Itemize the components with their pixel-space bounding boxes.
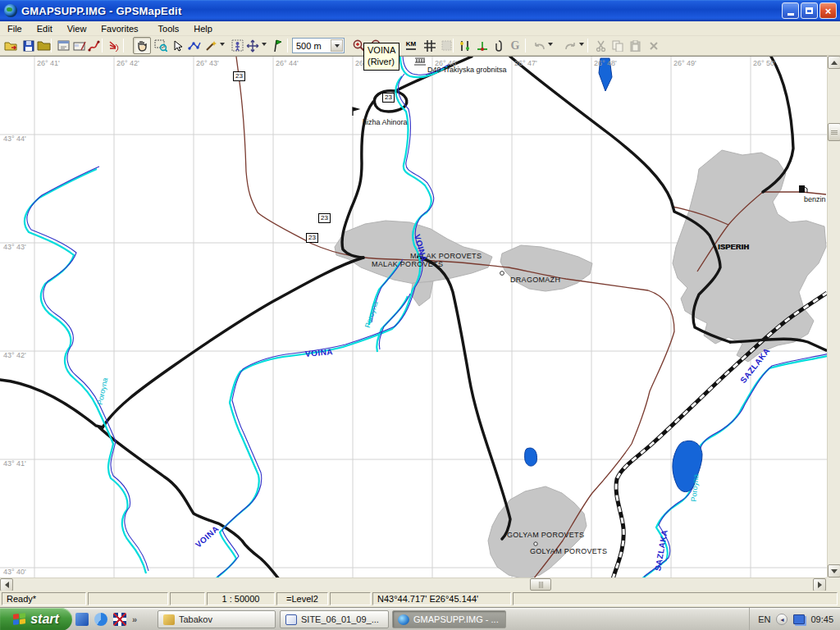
- menu-favorites[interactable]: Favorites: [94, 22, 145, 35]
- globe-icon: [398, 614, 409, 625]
- pan-mode-dropdown[interactable]: [262, 43, 267, 46]
- minimize-button[interactable]: [782, 2, 799, 19]
- system-tray: EN ◂ 09:45: [749, 608, 840, 630]
- taskbar-button-site-doc[interactable]: SITE_06_01_09_...: [280, 610, 389, 628]
- draw-polyline-tool[interactable]: [185, 37, 203, 54]
- status-empty-4: [513, 592, 838, 605]
- map-properties-button[interactable]: [54, 37, 72, 54]
- select-objects-tool[interactable]: [228, 37, 246, 54]
- paste-button[interactable]: [626, 37, 644, 54]
- longitude-label: 26° 42': [116, 60, 139, 67]
- hide-icons-button[interactable]: ◂: [776, 614, 788, 625]
- map-feature-label: GOLYAM POROVETS: [530, 548, 607, 555]
- map-feature-label: D49 Trakiyska grobnitsa: [427, 66, 507, 74]
- scroll-down-button[interactable]: [828, 564, 840, 578]
- tooltip-type: (River): [368, 57, 395, 68]
- copy-button[interactable]: [609, 37, 627, 54]
- attach-button[interactable]: [490, 37, 508, 54]
- edit-junctions-button[interactable]: [473, 37, 491, 54]
- down-arrow-icon: [831, 569, 838, 573]
- latitude-label: 43° 43': [3, 244, 26, 251]
- hut-flag-icon: [353, 107, 358, 116]
- close-button[interactable]: ×: [819, 2, 837, 19]
- scale-dropdown-button[interactable]: [331, 39, 343, 52]
- select-tool[interactable]: [169, 37, 187, 54]
- google-view-button[interactable]: G: [506, 37, 524, 54]
- show-desktop-icon[interactable]: [75, 613, 89, 626]
- taskbar-button-gpsmapedit[interactable]: GMAPSUPP.IMG - ...: [392, 610, 506, 628]
- zoom-select-tool[interactable]: [152, 37, 170, 54]
- title-bar[interactable]: GMAPSUPP.IMG - GPSMapEdit ×: [0, 0, 840, 21]
- quick-launch-overflow[interactable]: »: [132, 614, 137, 624]
- horizontal-scrollbar[interactable]: [0, 578, 827, 591]
- routing-button[interactable]: [85, 37, 103, 54]
- pan-mode-tool[interactable]: [244, 37, 261, 54]
- clock[interactable]: 09:45: [810, 614, 833, 624]
- latitude-label: 43° 44': [3, 135, 26, 143]
- map-feature-label: MALAK POROVETS: [372, 261, 443, 268]
- edit-nodes-button[interactable]: [456, 37, 474, 54]
- redo-button[interactable]: [561, 37, 579, 54]
- taskbar-button-tabakov[interactable]: Tabakov: [158, 610, 276, 628]
- measure-km-button[interactable]: KM: [402, 37, 420, 54]
- app-globe-icon: [4, 4, 17, 17]
- vertical-scrollbar[interactable]: [827, 56, 840, 578]
- status-empty-1: [88, 592, 168, 605]
- upload-gps-button[interactable]: [105, 37, 123, 54]
- magic-wand-tool[interactable]: [203, 37, 219, 54]
- tooltip-name: VOINA: [368, 45, 395, 57]
- folder-icon: [163, 614, 175, 625]
- map-feature-label: DRAGOMAZH: [510, 276, 560, 284]
- menu-view[interactable]: View: [60, 22, 94, 35]
- pan-hand-tool[interactable]: [133, 37, 151, 54]
- toolbar: 500 m KM G: [0, 36, 840, 56]
- longitude-label: 26° 50': [753, 60, 776, 67]
- longitude-label: 26° 44': [276, 60, 299, 67]
- scroll-right-button[interactable]: [813, 578, 826, 591]
- horizontal-scroll-thumb[interactable]: [530, 578, 551, 591]
- magic-wand-dropdown[interactable]: [220, 43, 225, 46]
- close-map-folder-button[interactable]: [34, 37, 52, 54]
- map-drawing: [0, 57, 827, 578]
- village-marker-icon: [534, 542, 537, 546]
- redo-dropdown[interactable]: [579, 43, 584, 46]
- undo-dropdown[interactable]: [548, 43, 553, 46]
- start-button[interactable]: start: [0, 608, 72, 630]
- network-monitor-icon[interactable]: [793, 614, 805, 624]
- scale-combobox[interactable]: 500 m: [292, 38, 345, 53]
- start-label: start: [30, 612, 59, 627]
- longitude-label: 26° 43': [196, 60, 219, 67]
- vertical-scroll-thumb[interactable]: [828, 123, 840, 141]
- cut-button[interactable]: [591, 37, 609, 54]
- scroll-up-button[interactable]: [828, 56, 840, 69]
- menu-edit[interactable]: Edit: [30, 22, 60, 35]
- road-number-sign: 23: [318, 213, 331, 223]
- status-level: =Level2: [276, 592, 328, 605]
- language-indicator[interactable]: EN: [758, 614, 770, 624]
- road-number-sign: 23: [233, 71, 245, 81]
- scroll-left-button[interactable]: [0, 578, 13, 591]
- status-bar: Ready* 1 : 50000 =Level2 N43°44.717' E26…: [0, 591, 840, 607]
- longitude-label: 26° 49': [673, 60, 696, 67]
- menu-tools[interactable]: Tools: [151, 22, 187, 35]
- maximize-button[interactable]: [801, 2, 818, 19]
- village-marker-icon: [500, 272, 504, 276]
- internet-explorer-icon[interactable]: [94, 613, 107, 626]
- add-waypoint-tool[interactable]: [270, 37, 285, 54]
- monument-icon: [414, 58, 426, 65]
- map-feature-label: hizha Ahinora: [363, 119, 408, 126]
- map-canvas[interactable]: 26° 41'26° 42'26° 43'26° 44'26° 45'26° 4…: [0, 56, 827, 578]
- map-feature-label: GOLYAM POROVETS: [507, 532, 584, 539]
- fuel-icon: [799, 185, 807, 193]
- menu-bar: File Edit View Favorites Tools Help: [0, 21, 840, 36]
- map-feature-label: benzin: [804, 196, 826, 203]
- grid-button[interactable]: [421, 37, 439, 54]
- undo-button[interactable]: [530, 37, 548, 54]
- quick-launch: »: [75, 609, 137, 629]
- open-file-button[interactable]: [2, 37, 21, 54]
- feature-tooltip: VOINA (River): [363, 43, 399, 71]
- language-flag-icon[interactable]: [113, 613, 126, 626]
- menu-help[interactable]: Help: [186, 22, 220, 35]
- delete-button[interactable]: [645, 37, 663, 54]
- menu-file[interactable]: File: [0, 22, 30, 35]
